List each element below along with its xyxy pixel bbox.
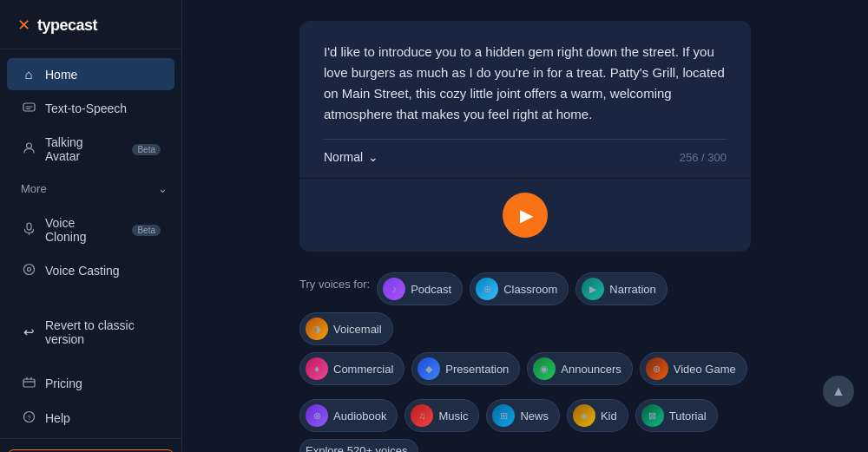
voice-avatar-narration: ▶ (582, 278, 604, 300)
voice-chip-narration[interactable]: ▶Narration (575, 272, 667, 305)
more-label: More (21, 182, 47, 195)
style-select[interactable]: Normal ⌄ (324, 150, 378, 164)
svg-point-1 (26, 143, 31, 148)
svg-point-5 (27, 268, 30, 272)
voice-chip-podcast[interactable]: ♪Podcast (377, 272, 463, 305)
voice-avatar-classroom: ⊕ (476, 278, 498, 300)
voice-avatar-music: ♫ (411, 404, 433, 427)
voice-avatar-voicemail: ◑ (306, 318, 328, 340)
voices-row-1: Try voices for:♪Podcast⊕Classroom▶Narrat… (299, 272, 751, 345)
avatar-badge: Beta (132, 144, 161, 155)
svg-text:?: ? (27, 414, 31, 422)
voice-chip-announcers[interactable]: ◉Announcers (527, 352, 632, 385)
voice-chip-label-classroom: Classroom (503, 283, 557, 296)
voice-chip-voicemail[interactable]: ◑Voicemail (299, 312, 393, 345)
voice-avatar-commercial: ♦ (306, 357, 328, 380)
pricing-label: Pricing (45, 377, 82, 390)
play-area: ▶ (299, 178, 751, 252)
voice-chip-videogame[interactable]: ⊛Video Game (640, 352, 747, 385)
sidebar-item-tts[interactable]: Text-to-Speech (7, 92, 174, 125)
pricing-icon (21, 376, 36, 391)
help-icon: ? (21, 410, 36, 426)
voice-cloning-badge: Beta (132, 225, 161, 236)
voice-casting-label: Voice Casting (45, 264, 120, 278)
sidebar-bottom: Sign up | Log in (0, 438, 181, 452)
voice-chip-label-news: News (520, 409, 549, 423)
voice-chip-label-music: Music (438, 409, 468, 423)
avatar-icon (21, 141, 36, 157)
voice-chip-classroom[interactable]: ⊕Classroom (470, 272, 569, 305)
try-voices-label: Try voices for: (299, 278, 370, 291)
play-button[interactable]: ▶ (503, 193, 548, 238)
pricing-help-nav: Pricing ? Help (0, 358, 181, 438)
sidebar-item-voice-casting[interactable]: Voice Casting (7, 254, 174, 287)
script-text[interactable]: I'd like to introduce you to a hidden ge… (324, 42, 727, 125)
voice-chip-label-presentation: Presentation (445, 363, 509, 376)
voice-cloning-label: Voice Cloning (45, 216, 118, 244)
help-label: Help (45, 411, 70, 425)
voice-chip-label-videogame: Video Game (674, 363, 736, 376)
sidebar-item-home[interactable]: ⌂ Home (7, 58, 174, 90)
explore-voices-button[interactable]: Explore 520+ voices (299, 439, 418, 452)
bottom-nav-top: ↩ Revert to classic version (0, 301, 181, 358)
more-row[interactable]: More ⌄ (0, 175, 181, 199)
voice-chip-tutorial[interactable]: ⊠Tutorial (635, 399, 718, 432)
voice-chip-label-tutorial: Tutorial (669, 409, 707, 423)
svg-point-4 (23, 265, 34, 275)
sidebar: ✕ typecast ⌂ Home Text-to-Speech (0, 0, 182, 452)
voice-cloning-icon (21, 222, 36, 238)
voice-casting-icon (21, 263, 36, 278)
main-nav: ⌂ Home Text-to-Speech Talking Avatar Bet… (0, 49, 181, 175)
voice-chip-label-audiobook: Audiobook (333, 409, 386, 423)
voice-chip-label-voicemail: Voicemail (333, 323, 382, 336)
sidebar-item-voice-cloning[interactable]: Voice Cloning Beta (7, 207, 174, 252)
avatar-label: Talking Avatar (45, 135, 118, 163)
voice-avatar-videogame: ⊛ (646, 357, 668, 380)
svg-rect-6 (23, 379, 35, 387)
tts-icon (21, 101, 36, 116)
voice-chip-audiobook[interactable]: ⊗Audiobook (299, 399, 398, 432)
home-label: Home (45, 68, 77, 82)
logo-text: typecast (37, 16, 97, 35)
revert-icon: ↩ (21, 324, 36, 340)
tts-label: Text-to-Speech (45, 102, 127, 115)
voices-row-2: ♦Commercial◆Presentation◉Announcers⊛Vide… (299, 352, 751, 385)
main-content: I'd like to introduce you to a hidden ge… (182, 0, 868, 452)
logo: ✕ typecast (0, 0, 181, 49)
voice-avatar-kid: ◈ (573, 404, 595, 427)
svg-rect-2 (27, 223, 31, 230)
chevron-up-icon: ▲ (832, 383, 845, 399)
voice-chip-news[interactable]: ⊞News (486, 399, 560, 432)
text-area: I'd like to introduce you to a hidden ge… (299, 21, 751, 178)
voices-row-3: ⊗Audiobook♫Music⊞News◈Kid⊠TutorialExplor… (299, 399, 751, 452)
voice-avatar-news: ⊞ (492, 404, 515, 427)
revert-label: Revert to classic version (45, 318, 161, 346)
sidebar-item-avatar[interactable]: Talking Avatar Beta (7, 127, 174, 172)
chevron-down-icon: ⌄ (158, 182, 168, 195)
voice-chip-label-narration: Narration (609, 283, 655, 296)
voice-chip-music[interactable]: ♫Music (404, 399, 479, 432)
sidebar-item-pricing[interactable]: Pricing (7, 367, 174, 400)
voice-avatar-tutorial: ⊠ (641, 404, 664, 427)
logo-icon: ✕ (17, 16, 30, 35)
voice-avatar-announcers: ◉ (533, 357, 556, 380)
voice-chip-kid[interactable]: ◈Kid (567, 399, 628, 432)
sidebar-item-help[interactable]: ? Help (7, 402, 174, 435)
voice-chip-label-podcast: Podcast (411, 283, 451, 296)
voice-chip-presentation[interactable]: ◆Presentation (411, 352, 520, 385)
chevron-down-icon: ⌄ (368, 150, 378, 164)
voice-chip-commercial[interactable]: ♦Commercial (299, 352, 404, 385)
char-count: 256 / 300 (680, 151, 727, 164)
text-editor-card: I'd like to introduce you to a hidden ge… (299, 21, 751, 272)
text-controls: Normal ⌄ 256 / 300 (324, 139, 727, 164)
voice-chip-label-announcers: Announcers (561, 363, 621, 376)
voice-chip-label-commercial: Commercial (333, 363, 393, 376)
scroll-top-button[interactable]: ▲ (823, 376, 854, 407)
style-label: Normal (324, 150, 363, 164)
voice-avatar-presentation: ◆ (418, 357, 440, 380)
voice-chip-label-kid: Kid (601, 409, 617, 423)
home-icon: ⌂ (21, 67, 36, 82)
voice-avatar-podcast: ♪ (383, 278, 405, 300)
play-icon: ▶ (520, 205, 533, 226)
sidebar-item-revert[interactable]: ↩ Revert to classic version (7, 310, 174, 355)
